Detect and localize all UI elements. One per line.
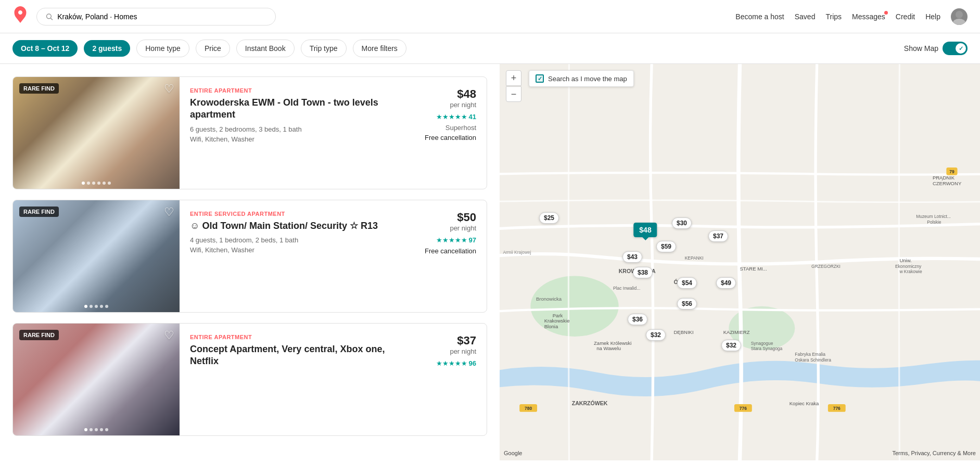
show-map-label: Show Map bbox=[904, 44, 938, 53]
listing-card[interactable]: RARE FIND ♡ ENTIRE APARTMENT Krowoderska… bbox=[12, 76, 487, 189]
wishlist-button[interactable]: ♡ bbox=[164, 82, 174, 96]
cancellation-policy: Free cancellation bbox=[425, 134, 476, 141]
dot bbox=[95, 428, 98, 431]
map-price-pin[interactable]: $59 bbox=[656, 241, 676, 252]
search-as-move-checkbox[interactable] bbox=[536, 74, 544, 83]
zoom-in-button[interactable]: + bbox=[506, 70, 521, 86]
listing-card[interactable]: RARE FIND ♡ ENTIRE SERVICED APARTMENT ☺ … bbox=[12, 200, 487, 313]
svg-text:PRĄDNIK: PRĄDNIK bbox=[933, 175, 955, 181]
nav-help[interactable]: Help bbox=[925, 12, 940, 21]
rating-count: 97 bbox=[469, 236, 476, 244]
search-icon bbox=[45, 12, 53, 21]
map-panel[interactable]: Bronowicka KROWODRZA Plac Inwalid... KEP… bbox=[500, 64, 980, 460]
wishlist-button[interactable]: ♡ bbox=[164, 205, 174, 219]
zoom-out-button[interactable]: − bbox=[506, 86, 521, 102]
listing-card[interactable]: RARE FIND ♡ ENTIRE APARTMENT Concept Apa… bbox=[12, 323, 487, 436]
listing-title: ☺ Old Town/ Main Station/ Security ☆ R13 bbox=[190, 220, 393, 232]
map-price-pin[interactable]: $56 bbox=[677, 298, 697, 310]
rare-find-badge: RARE FIND bbox=[19, 83, 59, 94]
rating-stars: ★★★★★ 97 bbox=[436, 236, 476, 244]
trip-type-button[interactable]: Trip type bbox=[301, 40, 347, 57]
wishlist-button[interactable]: ♡ bbox=[164, 329, 174, 342]
star-icons: ★★★★★ bbox=[436, 359, 467, 367]
svg-text:776: 776 bbox=[833, 406, 841, 411]
home-type-button[interactable]: Home type bbox=[136, 40, 189, 57]
search-bar[interactable] bbox=[36, 8, 276, 25]
listing-amenities: Wifi, Kitchen, Washer bbox=[190, 246, 393, 254]
svg-text:GRZEGORZKI: GRZEGORZKI bbox=[811, 264, 841, 269]
price-button[interactable]: Price bbox=[196, 40, 230, 57]
dot bbox=[100, 428, 103, 431]
dot bbox=[84, 428, 87, 431]
search-as-move[interactable]: Search as I move the map bbox=[529, 70, 634, 87]
listing-image: RARE FIND ♡ bbox=[13, 200, 180, 312]
nav-become-host[interactable]: Become a host bbox=[735, 12, 784, 21]
price-per-night: per night bbox=[450, 347, 476, 355]
dot bbox=[82, 182, 85, 185]
airbnb-logo[interactable] bbox=[12, 6, 28, 27]
main-layout: RARE FIND ♡ ENTIRE APARTMENT Krowoderska… bbox=[0, 64, 980, 460]
map-price-pin[interactable]: $37 bbox=[708, 230, 728, 242]
avatar[interactable] bbox=[951, 8, 968, 25]
svg-line-1 bbox=[50, 18, 52, 19]
dot bbox=[90, 305, 93, 308]
map-terms[interactable]: Terms, Privacy, Currency & More bbox=[892, 450, 976, 456]
listing-image: RARE FIND ♡ bbox=[13, 77, 180, 189]
dot bbox=[108, 182, 111, 185]
svg-text:DĘBNIKI: DĘBNIKI bbox=[674, 329, 694, 335]
svg-text:w Krakowie: w Krakowie bbox=[899, 269, 922, 274]
nav-trips[interactable]: Trips bbox=[825, 12, 842, 21]
superhost-badge: Superhost bbox=[446, 124, 476, 132]
listing-info: ENTIRE SERVICED APARTMENT ☺ Old Town/ Ma… bbox=[180, 200, 403, 312]
price-per-night: per night bbox=[450, 224, 476, 232]
listing-type: ENTIRE SERVICED APARTMENT bbox=[190, 211, 393, 217]
instant-book-button[interactable]: Instant Book bbox=[236, 40, 295, 57]
dot bbox=[95, 305, 98, 308]
map-price-pin[interactable]: $30 bbox=[672, 217, 692, 229]
listing-price: $48 per night ★★★★★ 41 Superhost Free ca… bbox=[403, 77, 487, 189]
listing-type: ENTIRE APARTMENT bbox=[190, 334, 393, 340]
svg-text:Plac Inwalid...: Plac Inwalid... bbox=[613, 286, 640, 291]
more-filters-button[interactable]: More filters bbox=[353, 40, 406, 57]
map-price-pin[interactable]: $32 bbox=[721, 340, 741, 351]
rare-find-badge: RARE FIND bbox=[19, 207, 59, 217]
map-price-pin[interactable]: $43 bbox=[622, 251, 642, 263]
star-icons: ★★★★★ bbox=[436, 113, 467, 121]
map-price-pin[interactable]: $36 bbox=[628, 314, 647, 325]
map-toggle-switch[interactable]: ✓ bbox=[943, 42, 968, 55]
svg-point-3 bbox=[953, 19, 965, 25]
header: Become a host Saved Trips Messages Credi… bbox=[0, 0, 980, 33]
date-filter-button[interactable]: Oct 8 – Oct 12 bbox=[12, 40, 78, 57]
search-input[interactable] bbox=[57, 12, 267, 21]
map-price-pin[interactable]: $25 bbox=[539, 212, 559, 224]
map-price-pin[interactable]: $38 bbox=[633, 267, 653, 278]
map-price-pin[interactable]: $54 bbox=[677, 277, 697, 289]
listing-meta: 4 guests, 1 bedroom, 2 beds, 1 bath bbox=[190, 236, 393, 244]
filter-bar: Oct 8 – Oct 12 2 guests Home type Price … bbox=[0, 33, 980, 64]
dot bbox=[105, 305, 108, 308]
map-background: Bronowicka KROWODRZA Plac Inwalid... KEP… bbox=[500, 64, 980, 460]
image-dots bbox=[13, 182, 180, 185]
svg-point-0 bbox=[47, 14, 52, 18]
svg-text:STARE MI...: STARE MI... bbox=[740, 266, 767, 272]
map-price-pin[interactable]: $49 bbox=[716, 277, 736, 289]
cancellation-policy: Free cancellation bbox=[425, 247, 476, 255]
map-price-pin[interactable]: $48 bbox=[633, 223, 657, 237]
search-as-move-label: Search as I move the map bbox=[548, 75, 627, 83]
nav-credit[interactable]: Credit bbox=[896, 12, 915, 21]
svg-text:Synagogue: Synagogue bbox=[751, 341, 773, 346]
listing-title: Krowoderska EWM - Old Town - two levels … bbox=[190, 97, 393, 121]
listings-panel: RARE FIND ♡ ENTIRE APARTMENT Krowoderska… bbox=[0, 64, 500, 460]
dot bbox=[92, 182, 95, 185]
svg-text:Oskara Schindlera: Oskara Schindlera bbox=[795, 357, 831, 363]
nav-saved[interactable]: Saved bbox=[795, 12, 816, 21]
listing-price: $50 per night ★★★★★ 97 Free cancellation bbox=[403, 200, 487, 312]
map-price-pin[interactable]: $32 bbox=[646, 329, 666, 341]
map-container[interactable]: Bronowicka KROWODRZA Plac Inwalid... KEP… bbox=[500, 64, 980, 460]
svg-text:776: 776 bbox=[740, 406, 747, 411]
guests-filter-button[interactable]: 2 guests bbox=[84, 40, 130, 57]
svg-text:Muzeum Lotnict...: Muzeum Lotnict... bbox=[916, 214, 951, 219]
svg-text:Armii Krajowej: Armii Krajowej bbox=[503, 250, 531, 255]
nav-messages[interactable]: Messages bbox=[852, 12, 885, 21]
show-map-toggle[interactable]: Show Map ✓ bbox=[904, 42, 968, 55]
